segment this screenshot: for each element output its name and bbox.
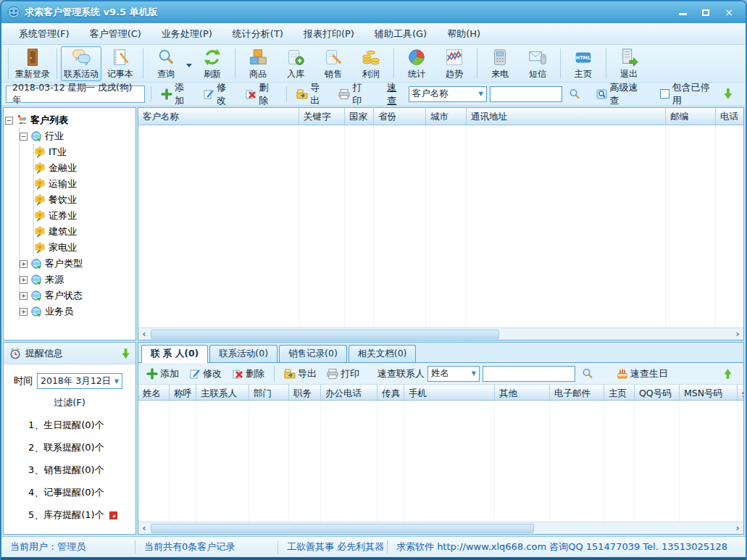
col-title[interactable]: 职务 bbox=[289, 385, 321, 400]
incoming-call-button[interactable]: 来电 bbox=[481, 46, 519, 81]
tree-leaf-it[interactable]: IT业 bbox=[34, 144, 134, 160]
trend-button[interactable]: 趋势 bbox=[435, 46, 473, 81]
menu-report-print[interactable]: 报表打印(P) bbox=[293, 25, 364, 43]
expand-box-icon[interactable]: + bbox=[20, 308, 28, 316]
contact-activity-button[interactable]: 联系活动 bbox=[61, 46, 101, 81]
sms-button[interactable]: 短信 bbox=[519, 46, 556, 81]
minimize-button[interactable] bbox=[676, 7, 689, 17]
tab-contact-activity[interactable]: 联系活动(0) bbox=[209, 345, 277, 362]
scroll-right-icon[interactable]: › bbox=[732, 523, 743, 534]
delete-customer-button[interactable]: 删除 bbox=[241, 80, 280, 109]
sales-button[interactable]: 销售 bbox=[314, 46, 352, 81]
statistics-button[interactable]: 统计 bbox=[398, 46, 435, 81]
col-primary-contact[interactable]: 主联系人 bbox=[196, 385, 249, 400]
include-disabled-checkbox[interactable]: 包含已停用 bbox=[660, 81, 718, 107]
tree-node-customer-status[interactable]: + 客户状态 bbox=[20, 288, 134, 304]
expand-box-icon[interactable]: + bbox=[20, 260, 28, 268]
col-keyword[interactable]: 关键字 bbox=[299, 108, 345, 125]
col-address[interactable]: 通讯地址 bbox=[467, 108, 666, 125]
expand-box-icon[interactable]: + bbox=[20, 292, 28, 300]
goods-button[interactable]: 商品 bbox=[239, 46, 277, 81]
homepage-button[interactable]: HTML 主页 bbox=[564, 46, 602, 81]
close-button[interactable]: × bbox=[722, 7, 735, 17]
col-homepage[interactable]: 主页 bbox=[604, 385, 635, 400]
add-contact-button[interactable]: 添加 bbox=[143, 366, 183, 382]
print-contact-button[interactable]: 打印 bbox=[323, 366, 363, 382]
scroll-right-icon[interactable]: › bbox=[732, 329, 743, 340]
collapse-box-icon[interactable]: − bbox=[5, 117, 13, 125]
stock-in-button[interactable]: 入库 bbox=[277, 46, 314, 81]
relogin-button[interactable]: 重新登录 bbox=[12, 46, 53, 81]
filter-button[interactable]: 过滤(F) bbox=[8, 396, 131, 409]
query-button[interactable]: 查询 bbox=[147, 46, 185, 81]
maximize-button[interactable] bbox=[699, 7, 712, 17]
col-zip[interactable]: 邮编 bbox=[666, 108, 716, 125]
menu-statistics[interactable]: 统计分析(T) bbox=[222, 25, 293, 43]
refresh-button[interactable]: 刷新 bbox=[193, 46, 231, 81]
col-city[interactable]: 城市 bbox=[426, 108, 467, 125]
quick-search-field-select[interactable]: 客户名称 ▼ bbox=[409, 86, 487, 102]
contact-search-go-button[interactable] bbox=[578, 367, 597, 381]
tab-contacts[interactable]: 联 系 人(0) bbox=[141, 345, 208, 363]
green-up-arrow-icon[interactable] bbox=[724, 368, 732, 380]
col-name[interactable]: 姓名 bbox=[138, 385, 170, 400]
tab-related-docs[interactable]: 相关文档(0) bbox=[349, 345, 417, 362]
col-birthday[interactable]: 生日 bbox=[738, 385, 743, 400]
contact-quick-field-select[interactable]: 姓名 ▼ bbox=[427, 366, 480, 382]
green-down-arrow-icon[interactable] bbox=[122, 348, 130, 359]
edit-contact-button[interactable]: 修改 bbox=[185, 366, 225, 382]
col-email[interactable]: 电子邮件 bbox=[550, 385, 604, 400]
tree-node-industry[interactable]: − 行业 bbox=[20, 128, 134, 144]
tree-leaf-transport[interactable]: 运输业 bbox=[34, 176, 134, 192]
quick-search-go-button[interactable] bbox=[565, 87, 584, 101]
green-down-arrow-icon[interactable] bbox=[724, 88, 733, 100]
tree-root-customer-list[interactable]: − 客户列表 bbox=[5, 112, 134, 128]
col-msn[interactable]: MSN号码 bbox=[680, 385, 738, 400]
scroll-left-icon[interactable]: ‹ bbox=[138, 329, 150, 340]
add-customer-button[interactable]: 添加 bbox=[157, 80, 196, 109]
tree-node-customer-type[interactable]: + 客户类型 bbox=[20, 256, 134, 272]
birthday-search-button[interactable]: 速查生日 bbox=[613, 366, 672, 382]
tree-leaf-securities[interactable]: 证券业 bbox=[34, 208, 134, 224]
col-fax[interactable]: 传真 bbox=[377, 385, 404, 400]
export-button[interactable]: 导出 bbox=[293, 80, 332, 109]
tree-node-salesperson[interactable]: + 业务员 bbox=[20, 304, 134, 319]
delete-contact-button[interactable]: 删除 bbox=[228, 366, 268, 382]
col-office-phone[interactable]: 办公电话 bbox=[321, 385, 377, 400]
menu-tools[interactable]: 辅助工具(G) bbox=[364, 25, 437, 43]
notebook-button[interactable]: 记事本 bbox=[101, 46, 139, 81]
col-other[interactable]: 其他 bbox=[495, 385, 550, 400]
menu-customer[interactable]: 客户管理(C) bbox=[80, 25, 151, 43]
col-phone[interactable]: 电话 bbox=[716, 108, 743, 125]
col-province[interactable]: 省份 bbox=[374, 108, 426, 125]
scroll-left-icon[interactable]: ‹ bbox=[138, 523, 150, 534]
menu-system[interactable]: 系统管理(F) bbox=[9, 25, 80, 43]
contact-table-hscrollbar[interactable]: ‹ › bbox=[138, 522, 743, 534]
tree-node-source[interactable]: + 来源 bbox=[20, 272, 134, 288]
profit-button[interactable]: 利润 bbox=[352, 46, 390, 81]
tree-leaf-appliance[interactable]: 家电业 bbox=[34, 240, 134, 256]
collapse-box-icon[interactable]: − bbox=[20, 133, 28, 141]
col-salutation[interactable]: 称呼 bbox=[170, 385, 196, 400]
menu-help[interactable]: 帮助(H) bbox=[437, 25, 491, 43]
print-button[interactable]: 打印 bbox=[335, 80, 374, 109]
export-contact-button[interactable]: 导出 bbox=[280, 366, 320, 382]
date-display[interactable]: 2018-03-12 星期一 戊戌(狗)年 bbox=[6, 85, 145, 103]
tab-sales-records[interactable]: 销售记录(0) bbox=[279, 345, 347, 362]
tree-leaf-catering[interactable]: 餐饮业 bbox=[34, 192, 134, 208]
tree-leaf-construction[interactable]: 建筑业 bbox=[34, 224, 134, 240]
scrollbar-thumb[interactable] bbox=[151, 330, 499, 339]
tree-leaf-finance[interactable]: 金融业 bbox=[34, 160, 134, 176]
inventory-alert-icon[interactable] bbox=[109, 511, 118, 520]
query-dropdown-caret[interactable] bbox=[186, 64, 192, 70]
edit-customer-button[interactable]: 修改 bbox=[199, 80, 238, 109]
scrollbar-thumb[interactable] bbox=[151, 524, 534, 533]
advanced-search-button[interactable]: 高级速查 bbox=[593, 80, 650, 109]
col-customer-name[interactable]: 客户名称 bbox=[138, 108, 299, 125]
col-mobile[interactable]: 手机 bbox=[404, 385, 495, 400]
exit-button[interactable]: 退出 bbox=[610, 46, 648, 81]
customer-table-hscrollbar[interactable]: ‹ › bbox=[138, 327, 743, 340]
contact-quick-search-input[interactable] bbox=[483, 366, 575, 382]
col-department[interactable]: 部门 bbox=[249, 385, 289, 400]
col-qq[interactable]: QQ号码 bbox=[635, 385, 680, 400]
